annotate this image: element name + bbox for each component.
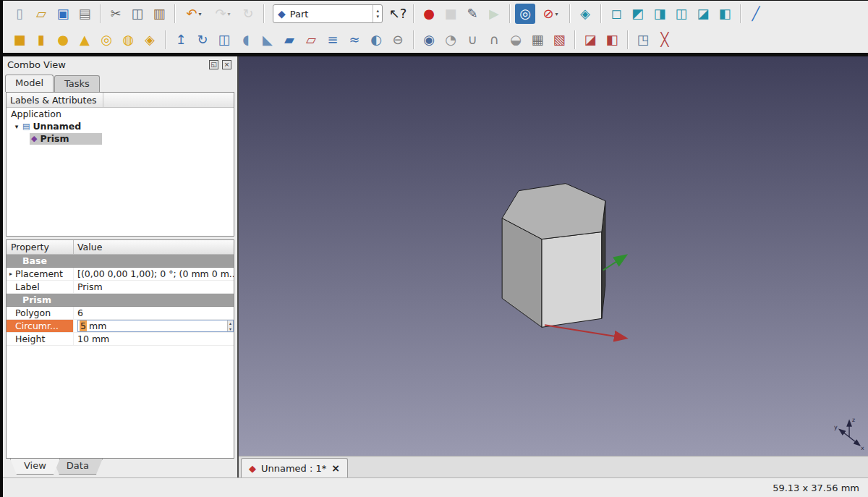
expander-icon[interactable]: ▾ (12, 123, 21, 130)
property-group-base[interactable]: Base (7, 255, 234, 268)
property-group-prism[interactable]: Prism (7, 294, 234, 307)
intersection-icon[interactable]: ∩ (484, 30, 504, 50)
measure-icon[interactable]: ╱ (746, 4, 766, 24)
property-column-header[interactable]: Property (7, 240, 74, 254)
property-row-circumr[interactable]: Circumr...5mm▴▾ (7, 320, 234, 333)
toolbar-separator (509, 4, 510, 23)
tree-item-unnamed[interactable]: ▾▤Unnamed (7, 120, 234, 132)
make-face-icon[interactable]: ▰ (279, 30, 299, 50)
model-tree: Labels & Attributes Application▾▤Unnamed… (6, 92, 234, 237)
primitives-icon[interactable]: ◍ (118, 30, 138, 50)
macro-play-icon[interactable]: ▶ (484, 4, 504, 24)
dropdown-arrow-icon[interactable]: ▾ (228, 11, 231, 17)
right-view-icon[interactable]: ◨ (650, 4, 670, 24)
tab-model[interactable]: Model (5, 75, 54, 92)
close-panel-icon[interactable]: × (222, 60, 231, 69)
boolean-icon[interactable]: ◉ (419, 30, 439, 50)
property-row-placement[interactable]: ▸Placement[(0,00 0,00 1,00); 0 °; (0 mm … (7, 268, 234, 281)
cut-icon[interactable]: ✂ (106, 4, 126, 24)
copy-icon[interactable]: ◫ (127, 4, 148, 24)
workbench-spin-buttons[interactable]: ▴▾ (373, 5, 382, 22)
compound-icon[interactable]: ▦ (527, 30, 548, 50)
cross-sections-icon[interactable]: ⊖ (388, 30, 408, 50)
selected-text: 5 (80, 320, 87, 331)
whats-this-icon[interactable]: ↖? (388, 4, 408, 24)
macro-edit-icon[interactable]: ✎ (462, 4, 482, 24)
save-document-icon[interactable]: ▣ (53, 4, 73, 24)
property-value[interactable]: [(0,00 0,00 1,00); 0 °; (0 mm 0 m... (74, 268, 234, 279)
new-document-icon[interactable]: ▯ (9, 4, 30, 24)
macro-stop-icon[interactable]: ■ (441, 4, 461, 24)
expander-icon[interactable]: ▸ (7, 271, 15, 277)
dropdown-arrow-icon[interactable]: ▾ (556, 11, 558, 17)
property-value[interactable]: Prism (74, 281, 234, 292)
slice-icon[interactable]: ◪ (580, 30, 600, 50)
property-value: 5mm▴▾ (74, 320, 234, 332)
box-icon[interactable]: ■ (9, 30, 30, 50)
fit-all-icon[interactable]: ◎ (515, 4, 535, 24)
join-connect-icon[interactable]: ◒ (506, 30, 526, 50)
workbench-selector[interactable]: ◆Part▴▾ (273, 4, 383, 23)
3d-viewport[interactable]: z y x (239, 56, 868, 456)
mirror-icon[interactable]: ◫ (214, 30, 234, 50)
redo-icon[interactable]: ↷▾ (209, 4, 237, 24)
tree-item-prism[interactable]: ◆Prism (7, 132, 234, 145)
tree-item-application[interactable]: Application (7, 108, 234, 120)
left-view-icon[interactable]: ◧ (715, 4, 735, 24)
spinbox-buttons[interactable]: ▴▾ (227, 320, 233, 331)
axonometric-view-icon[interactable]: ◈ (575, 4, 595, 24)
cone-icon[interactable]: ▲ (75, 30, 95, 50)
cylinder-icon[interactable]: ▮ (31, 30, 51, 50)
prism-front-face[interactable] (542, 232, 602, 328)
draw-style-icon[interactable]: ⊘▾ (537, 4, 564, 24)
paste-icon[interactable]: ▥ (149, 4, 169, 24)
extrude-icon[interactable]: ↥ (171, 30, 191, 50)
macro-record-icon[interactable]: ● (419, 4, 439, 24)
front-view-icon[interactable]: ◻ (606, 4, 626, 24)
panel-title-bar: Combo View ◱ × (3, 56, 237, 73)
shape-builder-icon[interactable]: ◈ (140, 30, 160, 50)
tree-column-header[interactable]: Labels & Attributes (7, 93, 103, 107)
sweep-icon[interactable]: ≈ (344, 30, 365, 50)
boolean-fragments-icon[interactable]: ▧ (549, 30, 569, 50)
spin-down-icon: ▾ (376, 14, 379, 20)
rear-view-icon[interactable]: ◫ (671, 4, 692, 24)
property-row-label[interactable]: LabelPrism (7, 281, 234, 294)
chamfer-icon[interactable]: ◣ (258, 30, 278, 50)
property-name: ▸Placement (7, 268, 74, 280)
property-row-height[interactable]: Height10 mm (7, 333, 234, 346)
top-view-icon[interactable]: ◩ (628, 4, 648, 24)
document-tab[interactable]: ◆ Unnamed : 1* × (241, 458, 348, 477)
fillet-icon[interactable]: ◖ (236, 30, 256, 50)
hexagonal-prism[interactable] (502, 184, 605, 328)
float-panel-icon[interactable]: ◱ (209, 60, 218, 69)
value-edit-field[interactable]: 5mm▴▾ (77, 320, 234, 332)
close-tab-icon[interactable]: × (331, 462, 340, 474)
tab-tasks[interactable]: Tasks (54, 75, 100, 92)
union-icon[interactable]: ∪ (462, 30, 482, 50)
defeaturing-icon[interactable]: ╳ (655, 30, 675, 50)
torus-icon[interactable]: ◎ (96, 30, 116, 50)
ruled-surface-icon[interactable]: ▱ (301, 30, 321, 50)
undo-icon[interactable]: ↶▾ (180, 4, 208, 24)
sphere-icon[interactable]: ● (53, 30, 73, 50)
cut-boolean-icon[interactable]: ◔ (441, 30, 461, 50)
xor-icon[interactable]: ◧ (602, 30, 622, 50)
tab-data[interactable]: Data (53, 459, 103, 475)
property-value[interactable]: 6 (74, 307, 234, 318)
dropdown-arrow-icon[interactable]: ▾ (199, 11, 202, 17)
loft-icon[interactable]: ≡ (323, 30, 343, 50)
bottom-view-icon[interactable]: ◪ (693, 4, 713, 24)
open-document-icon[interactable]: ▱ (31, 4, 51, 24)
value-column-header[interactable]: Value (74, 242, 102, 252)
tab-view[interactable]: View (10, 459, 60, 475)
property-value[interactable]: 10 mm (74, 334, 234, 344)
panel-title: Combo View (7, 59, 66, 70)
property-row-polygon[interactable]: Polygon6 (7, 307, 234, 320)
section-icon[interactable]: ◐ (366, 30, 386, 50)
check-geometry-icon[interactable]: ◳ (633, 30, 653, 50)
freecad-document-icon: ◆ (249, 463, 256, 474)
revolve-icon[interactable]: ↻ (192, 30, 213, 50)
refresh-icon[interactable]: ↻ (238, 4, 258, 24)
print-icon[interactable]: ▤ (75, 4, 95, 24)
